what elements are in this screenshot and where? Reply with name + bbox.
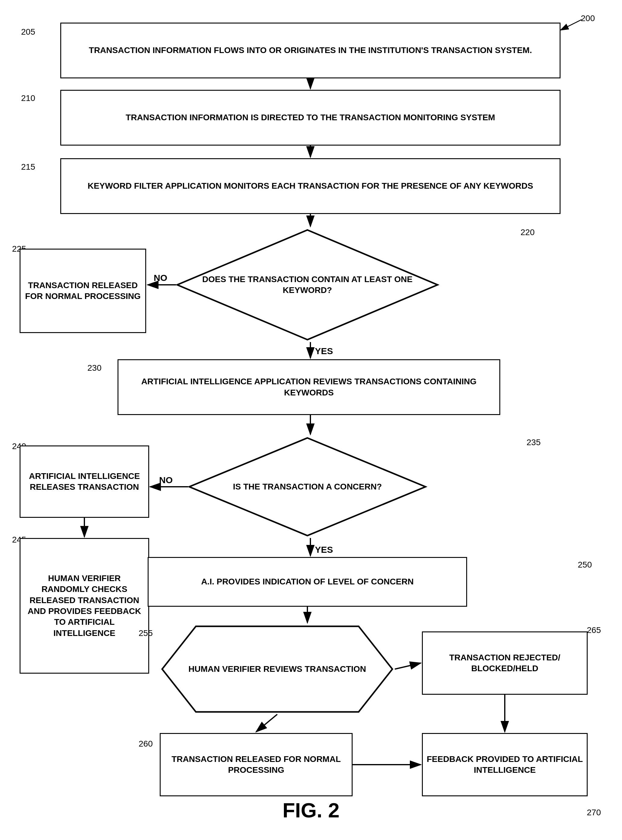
ref-210: 210 <box>21 93 35 103</box>
ref-265: 265 <box>587 625 601 635</box>
box-260: TRANSACTION RELEASED FOR NORMAL PROCESSI… <box>160 733 352 796</box>
box-270: FEEDBACK PROVIDED TO ARTIFICIAL INTELLIG… <box>422 733 588 796</box>
diamond-235: IS THE TRANSACTION A CONCERN? <box>187 436 428 538</box>
box-250: A.I. PROVIDES INDICATION OF LEVEL OF CON… <box>148 557 467 607</box>
box-230: ARTIFICIAL INTELLIGENCE APPLICATION REVI… <box>117 359 500 415</box>
ref-200: 200 <box>581 14 595 23</box>
ref-205: 205 <box>21 27 35 37</box>
ref-255: 255 <box>139 628 153 638</box>
svg-line-23 <box>561 20 582 30</box>
svg-line-19 <box>256 714 277 732</box>
diagram-container: 200 205 TRANSACTION INFORMATION FLOWS IN… <box>0 0 622 840</box>
box-225: TRANSACTION RELEASED FOR NORMAL PROCESSI… <box>20 248 146 333</box>
ref-250: 250 <box>578 560 592 570</box>
diamond-220: DOES THE TRANSACTION CONTAIN AT LEAST ON… <box>175 227 440 342</box>
diamond-255: HUMAN VERIFIER REVIEWS TRANSACTION <box>160 624 395 714</box>
ref-235: 235 <box>526 438 541 447</box>
svg-text:NO: NO <box>159 475 173 485</box>
figure-label: FIG. 2 <box>283 799 340 822</box>
svg-text:YES: YES <box>315 545 333 555</box>
svg-line-20 <box>395 663 421 669</box>
box-205: TRANSACTION INFORMATION FLOWS INTO OR OR… <box>60 23 561 78</box>
box-265: TRANSACTION REJECTED/ BLOCKED/HELD <box>422 631 588 695</box>
ref-230: 230 <box>87 363 102 373</box>
box-240: ARTIFICIAL INTELLIGENCE RELEASES TRANSAC… <box>20 445 149 518</box>
box-210: TRANSACTION INFORMATION IS DIRECTED TO T… <box>60 90 561 146</box>
ref-260: 260 <box>139 739 153 749</box>
ref-220: 220 <box>520 227 535 237</box>
ref-270: 270 <box>587 808 601 817</box>
svg-text:YES: YES <box>315 346 333 356</box>
svg-text:NO: NO <box>154 273 167 283</box>
box-245: HUMAN VERIFIER RANDOMLY CHECKS RELEASED … <box>20 538 149 674</box>
ref-215: 215 <box>21 162 35 172</box>
box-215: KEYWORD FILTER APPLICATION MONITORS EACH… <box>60 158 561 214</box>
